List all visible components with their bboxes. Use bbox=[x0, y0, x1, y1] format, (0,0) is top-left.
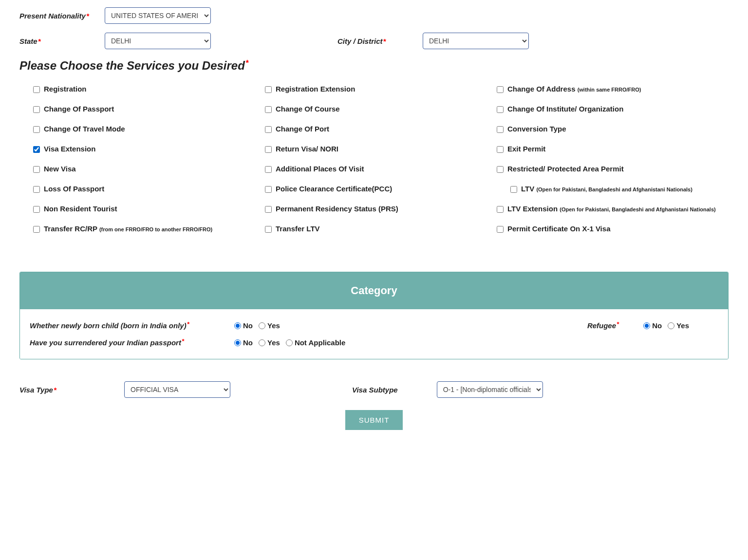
service-change-course[interactable]: Change Of Course bbox=[265, 105, 497, 113]
service-non-resident[interactable]: Non Resident Tourist bbox=[33, 205, 265, 213]
checkbox[interactable] bbox=[33, 106, 40, 113]
service-transfer-ltv[interactable]: Transfer LTV bbox=[265, 224, 497, 233]
checkbox[interactable] bbox=[33, 126, 40, 133]
checkbox[interactable] bbox=[265, 106, 272, 113]
newborn-label-text: Whether newly born child (born in India … bbox=[30, 321, 187, 330]
nationality-select[interactable]: UNITED STATES OF AMERICA bbox=[105, 7, 211, 24]
nationality-label-text: Present Nationality bbox=[19, 12, 86, 20]
checkbox[interactable] bbox=[265, 86, 272, 93]
service-label: Change Of Institute/ Organization bbox=[507, 105, 623, 113]
radio-label: No bbox=[652, 321, 662, 330]
radio[interactable] bbox=[668, 322, 674, 329]
nationality-label: Present Nationality* bbox=[19, 12, 105, 20]
newborn-label: Whether newly born child (born in India … bbox=[30, 321, 234, 330]
services-grid: Registration Registration Extension Chan… bbox=[19, 85, 729, 233]
service-registration-ext[interactable]: Registration Extension bbox=[265, 85, 497, 93]
service-pcc[interactable]: Police Clearance Certificate(PCC) bbox=[265, 185, 497, 193]
refugee-no[interactable]: No bbox=[643, 321, 662, 330]
checkbox[interactable] bbox=[497, 226, 504, 233]
checkbox[interactable] bbox=[33, 226, 40, 233]
visa-type-label-text: Visa Type bbox=[19, 386, 53, 394]
service-label: Non Resident Tourist bbox=[44, 205, 117, 213]
service-label: Conversion Type bbox=[507, 125, 566, 133]
service-prs[interactable]: Permanent Residency Status (PRS) bbox=[265, 205, 497, 213]
radio-label: Yes bbox=[676, 321, 689, 330]
service-exit-permit[interactable]: Exit Permit bbox=[497, 145, 729, 153]
checkbox[interactable] bbox=[497, 126, 504, 133]
required-star: * bbox=[245, 59, 248, 67]
checkbox[interactable] bbox=[497, 86, 504, 93]
checkbox[interactable] bbox=[265, 186, 272, 193]
visa-row: Visa Type* OFFICIAL VISA Visa Subtype O-… bbox=[19, 381, 729, 398]
checkbox[interactable] bbox=[265, 166, 272, 173]
service-change-passport[interactable]: Change Of Passport bbox=[33, 105, 265, 113]
radio[interactable] bbox=[259, 322, 265, 329]
checkbox[interactable] bbox=[497, 106, 504, 113]
radio[interactable] bbox=[643, 322, 650, 329]
service-label: Visa Extension bbox=[44, 145, 95, 153]
service-loss-passport[interactable]: Loss Of Passport bbox=[33, 185, 265, 193]
newborn-no[interactable]: No bbox=[234, 321, 253, 330]
state-select[interactable]: DELHI bbox=[105, 33, 211, 49]
service-change-address[interactable]: Change Of Address (within same FRRO/FRO) bbox=[497, 85, 729, 93]
state-label-text: State bbox=[19, 37, 37, 45]
refugee-yes[interactable]: Yes bbox=[668, 321, 689, 330]
service-label: LTV Extension (Open for Pakistani, Bangl… bbox=[507, 205, 716, 213]
checkbox[interactable] bbox=[497, 146, 504, 153]
checkbox[interactable] bbox=[510, 186, 517, 193]
service-restricted-area[interactable]: Restricted/ Protected Area Permit bbox=[497, 165, 729, 173]
category-header: Category bbox=[20, 272, 728, 309]
service-label: Additional Places Of Visit bbox=[276, 165, 364, 173]
checkbox[interactable] bbox=[33, 86, 40, 93]
submit-button[interactable]: SUBMIT bbox=[345, 410, 403, 430]
service-change-travel[interactable]: Change Of Travel Mode bbox=[33, 125, 265, 133]
required-star: * bbox=[187, 320, 189, 328]
checkbox[interactable] bbox=[33, 206, 40, 213]
service-conversion-type[interactable]: Conversion Type bbox=[497, 125, 729, 133]
surrendered-no[interactable]: No bbox=[234, 338, 253, 347]
service-transfer-rc[interactable]: Transfer RC/RP (from one FRRO/FRO to ano… bbox=[33, 224, 265, 233]
city-select[interactable]: DELHI bbox=[423, 33, 529, 49]
radio-label: Yes bbox=[267, 321, 280, 330]
checkbox[interactable] bbox=[265, 126, 272, 133]
service-label: New Visa bbox=[44, 165, 76, 173]
service-ltv[interactable]: LTV (Open for Pakistani, Bangladeshi and… bbox=[497, 185, 729, 193]
radio-label: Not Applicable bbox=[295, 338, 345, 347]
surrendered-yes[interactable]: Yes bbox=[259, 338, 280, 347]
checkbox[interactable] bbox=[265, 226, 272, 233]
service-registration[interactable]: Registration bbox=[33, 85, 265, 93]
newborn-yes[interactable]: Yes bbox=[259, 321, 280, 330]
service-return-visa[interactable]: Return Visa/ NORI bbox=[265, 145, 497, 153]
service-change-port[interactable]: Change Of Port bbox=[265, 125, 497, 133]
visa-type-select[interactable]: OFFICIAL VISA bbox=[124, 381, 230, 398]
service-change-institute[interactable]: Change Of Institute/ Organization bbox=[497, 105, 729, 113]
service-label: Registration bbox=[44, 85, 87, 93]
checkbox[interactable] bbox=[33, 166, 40, 173]
radio-label: Yes bbox=[267, 338, 280, 347]
checkbox[interactable] bbox=[265, 146, 272, 153]
service-ltv-extension[interactable]: LTV Extension (Open for Pakistani, Bangl… bbox=[497, 205, 729, 213]
service-label: LTV (Open for Pakistani, Bangladeshi and… bbox=[521, 185, 692, 193]
service-additional-places[interactable]: Additional Places Of Visit bbox=[265, 165, 497, 173]
checkbox[interactable] bbox=[265, 206, 272, 213]
state-label: State* bbox=[19, 37, 105, 45]
required-star: * bbox=[182, 337, 184, 345]
radio[interactable] bbox=[234, 322, 241, 329]
service-permit-x1[interactable]: Permit Certificate On X-1 Visa bbox=[497, 224, 729, 233]
service-new-visa[interactable]: New Visa bbox=[33, 165, 265, 173]
visa-subtype-select[interactable]: O-1 - [Non-diplomatic officials] bbox=[437, 381, 543, 398]
service-note: (Open for Pakistani, Bangladeshi and Afg… bbox=[536, 187, 692, 192]
surrendered-label-text: Have you surrendered your Indian passpor… bbox=[30, 338, 181, 347]
city-label: City / District* bbox=[337, 37, 423, 45]
checkbox[interactable] bbox=[33, 186, 40, 193]
service-visa-extension[interactable]: Visa Extension bbox=[33, 145, 265, 153]
checkbox[interactable] bbox=[497, 166, 504, 173]
service-text: LTV bbox=[521, 185, 536, 193]
radio[interactable] bbox=[259, 339, 265, 346]
surrendered-na[interactable]: Not Applicable bbox=[286, 338, 345, 347]
radio[interactable] bbox=[234, 339, 241, 346]
checkbox[interactable] bbox=[33, 146, 40, 153]
radio[interactable] bbox=[286, 339, 293, 346]
checkbox[interactable] bbox=[497, 206, 504, 213]
service-label: Change Of Port bbox=[276, 125, 329, 133]
